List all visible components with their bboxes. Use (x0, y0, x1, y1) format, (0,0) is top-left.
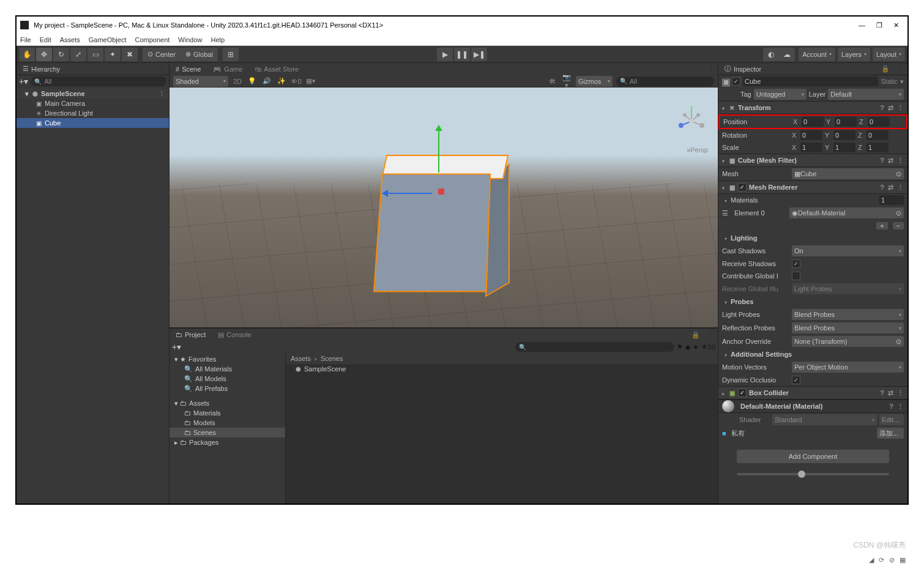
status-icon[interactable]: ⟳ (879, 556, 884, 564)
scene-cube[interactable] (378, 155, 506, 289)
2d-toggle[interactable]: 2D (232, 78, 243, 85)
axis-gizmo[interactable]: y (676, 106, 707, 143)
hierarchy-item-cube[interactable]: ▣Cube (17, 118, 169, 128)
menu-file[interactable]: File (20, 36, 31, 43)
menu-edit[interactable]: Edit (40, 36, 51, 43)
menu-component[interactable]: Component (135, 36, 170, 43)
pivot-mode-button[interactable]: ⊙Center (143, 48, 181, 61)
layers-dropdown[interactable]: Layers (838, 48, 870, 61)
project-search[interactable]: 🔍 (515, 342, 674, 352)
light-probes[interactable]: Blend Probes (792, 309, 904, 320)
gizmo-z-axis[interactable] (438, 188, 444, 195)
scale-tool-button[interactable]: ⤢ (70, 48, 86, 61)
scene-search[interactable]: 🔍 All (616, 76, 714, 86)
account-dropdown[interactable]: Account (799, 48, 835, 61)
lighting-toggle[interactable]: 💡 (247, 77, 258, 85)
object-name-field[interactable] (743, 76, 878, 86)
rot-y[interactable] (833, 130, 855, 140)
element0-field[interactable]: ◉ Default-Material⊙ (789, 207, 904, 218)
cast-shadows[interactable]: On (792, 245, 904, 256)
scl-z[interactable] (866, 143, 889, 152)
status-icon[interactable]: ▦ (900, 556, 906, 564)
scene-tab[interactable]: # Scene (170, 64, 207, 74)
maximize-button[interactable]: ❐ (876, 21, 882, 29)
snap-button[interactable]: ⊞ (223, 48, 239, 61)
static-dropdown[interactable]: ▾ (900, 78, 904, 86)
hierarchy-item-camera[interactable]: ▣Main Camera (17, 99, 169, 108)
save-search-icon[interactable]: ★ (693, 343, 699, 351)
hidden-count[interactable]: 👁10 (701, 343, 715, 351)
transform-tool-button[interactable]: ✦ (105, 48, 121, 61)
menu-window[interactable]: Window (178, 36, 202, 43)
create-button[interactable]: +▾ (19, 76, 28, 86)
menu-gameobject[interactable]: GameObject (89, 36, 127, 43)
shader-dropdown[interactable]: Standard (772, 414, 877, 425)
perspective-label[interactable]: ≡Persp (687, 146, 708, 154)
anchor-override[interactable]: None (Transform)⊙ (792, 336, 904, 347)
contribute-gi-checkbox[interactable] (792, 272, 800, 280)
asset-folder[interactable]: 🗀 Models (170, 418, 285, 428)
status-icon[interactable]: ⊘ (889, 556, 895, 564)
grid-toggle[interactable]: ▦▾ (305, 77, 316, 85)
filter-by-label-icon[interactable]: ◆ (685, 343, 690, 351)
motion-vectors[interactable]: Per Object Motion (792, 362, 904, 373)
hand-tool-button[interactable]: ✋ (19, 48, 35, 61)
inspector-tab[interactable]: ⓘ Inspector (718, 63, 767, 75)
hierarchy-tab[interactable]: ☰ Hierarchy (17, 64, 66, 74)
menu-icon[interactable]: ⋮ (897, 104, 904, 112)
preview-slider[interactable] (737, 473, 889, 475)
asset-folder-scenes[interactable]: 🗀 Scenes (170, 428, 285, 437)
console-tab[interactable]: ▤ Console (212, 330, 257, 340)
reflection-probes[interactable]: Blend Probes (792, 322, 904, 333)
move-tool-button[interactable]: ✥ (36, 48, 52, 61)
rot-z[interactable] (866, 130, 889, 140)
scene-row[interactable]: ▾ ⬢SampleScene⋮ (17, 89, 169, 99)
panel-menu-icon[interactable]: ⋮ (155, 65, 169, 73)
add-component-button[interactable]: Add Component (737, 450, 889, 463)
project-create-button[interactable]: +▾ (172, 342, 181, 352)
minimize-button[interactable]: — (859, 21, 865, 29)
packages-folder[interactable]: ▸ 🗀 Packages (170, 437, 285, 447)
fav-item[interactable]: 🔍 All Prefabs (170, 384, 285, 393)
panel-lock-icon[interactable]: 🔒 (877, 65, 893, 73)
hidden-toggle[interactable]: 👁0 (291, 78, 302, 85)
menu-assets[interactable]: Assets (60, 36, 80, 43)
rot-x[interactable] (800, 130, 822, 140)
boxcollider-header[interactable]: ▣ ✓ Box Collider ?⇄⋮ (718, 386, 907, 400)
asset-store-tab[interactable]: 🛍 Asset Store (248, 64, 305, 74)
help-icon[interactable]: ? (880, 104, 884, 112)
panel-menu-icon[interactable]: ⋮ (704, 65, 718, 73)
tag-dropdown[interactable]: Untagged (754, 89, 807, 100)
layer-dropdown[interactable]: Default (828, 89, 904, 100)
asset-folder[interactable]: 🗀 Materials (170, 408, 285, 418)
active-checkbox[interactable]: ✓ (732, 77, 740, 86)
tools-icon[interactable]: 🛠 (546, 78, 557, 85)
pos-y[interactable] (835, 117, 857, 127)
layout-dropdown[interactable]: Layout (873, 48, 905, 61)
preset-icon[interactable]: ⇄ (888, 104, 893, 112)
collab-button[interactable]: ◐ (763, 48, 779, 61)
close-button[interactable]: ✕ (893, 21, 899, 29)
fx-toggle[interactable]: ✨ (276, 77, 287, 85)
hierarchy-search[interactable]: 🔍 All (31, 76, 166, 86)
materials-size[interactable] (879, 195, 904, 205)
mesh-field[interactable]: ▦ Cube⊙ (792, 168, 904, 179)
scene-view[interactable]: y ≡Persp (170, 87, 718, 327)
collider-enabled[interactable]: ✓ (738, 389, 747, 397)
fav-item[interactable]: 🔍 All Materials (170, 364, 285, 374)
panel-menu-icon[interactable]: ⋮ (704, 331, 718, 339)
shading-mode[interactable]: Shaded (173, 76, 228, 87)
rect-tool-button[interactable]: ▭ (88, 48, 103, 61)
list-remove-button[interactable]: − (893, 222, 904, 229)
project-item[interactable]: ⬢ SampleScene (286, 364, 718, 374)
add-button[interactable]: 添加... (877, 428, 904, 439)
meshfilter-header[interactable]: ▦ Cube (Mesh Filter) ?⇄⋮ (718, 154, 907, 167)
status-icon[interactable]: ◢ (869, 556, 874, 564)
assets-folder[interactable]: ▾ 🗀 Assets (170, 398, 285, 408)
audio-toggle[interactable]: 🔊 (261, 77, 272, 85)
pause-button[interactable]: ❚❚ (454, 48, 470, 61)
renderer-enabled[interactable]: ✓ (738, 183, 747, 192)
rotate-tool-button[interactable]: ↻ (53, 48, 69, 61)
cloud-button[interactable]: ☁ (779, 48, 795, 61)
material-header[interactable]: Default-Material (Material) ?⋮ (718, 400, 907, 413)
